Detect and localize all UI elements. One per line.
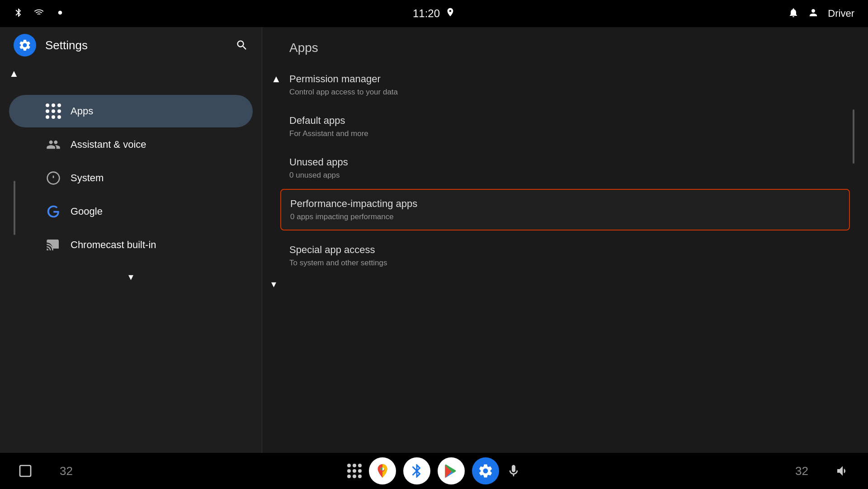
volume-button[interactable] [835, 464, 850, 478]
menu-item-permission-manager[interactable]: Permission manager Control app access to… [289, 64, 841, 106]
brightness-icon [54, 7, 66, 20]
sidebar-scroll-indicator [14, 181, 15, 235]
permission-manager-title: Permission manager [289, 73, 841, 85]
menu-item-unused-apps[interactable]: Unused apps 0 unused apps [289, 147, 841, 189]
apps-label: Apps [71, 105, 93, 117]
maps-app-icon[interactable] [369, 457, 396, 484]
settings-app-bottom-icon[interactable] [472, 457, 499, 484]
default-apps-title: Default apps [289, 115, 841, 127]
menu-item-special-app-access[interactable]: Special app access To system and other s… [289, 235, 841, 277]
bottom-nav-left: 32 [18, 464, 73, 478]
status-bar: 11:20 Driver [0, 0, 868, 27]
special-app-access-subtitle: To system and other settings [289, 259, 841, 268]
location-icon [445, 6, 455, 21]
default-apps-subtitle: For Assistant and more [289, 129, 841, 138]
unused-apps-subtitle: 0 unused apps [289, 171, 841, 180]
sidebar-item-chromecast[interactable]: Chromecast built-in [9, 229, 253, 261]
apps-icon [45, 103, 61, 119]
permission-manager-subtitle: Control app access to your data [289, 88, 841, 97]
home-button[interactable] [347, 464, 362, 478]
sidebar-item-apps[interactable]: Apps [9, 95, 253, 127]
bottom-nav-right: 32 [795, 464, 850, 478]
settings-app-icon [14, 34, 36, 56]
special-app-access-title: Special app access [289, 244, 841, 256]
right-number: 32 [795, 464, 808, 478]
sidebar-title: Settings [45, 38, 88, 52]
recents-button[interactable] [18, 464, 33, 478]
performance-impacting-subtitle: 0 apps impacting performance [290, 212, 840, 221]
content-section: ▲ Permission manager Control app access … [289, 64, 841, 277]
sidebar-collapse-up-button[interactable]: ▲ [9, 68, 19, 80]
status-bar-right: Driver [788, 6, 854, 21]
assistant-icon [45, 136, 61, 153]
content-title: Apps [289, 41, 841, 55]
status-bar-center: 11:20 [413, 6, 455, 21]
bottom-nav: 32 [0, 453, 868, 489]
sidebar-item-system[interactable]: System [9, 162, 253, 194]
main-layout: Settings ▲ Apps [0, 27, 868, 453]
content-pane: Apps ▲ Permission manager Control app ac… [262, 27, 868, 453]
sidebar-item-assistant[interactable]: Assistant & voice [9, 128, 253, 161]
bluetooth-app-icon[interactable] [403, 457, 430, 484]
bottom-nav-center [347, 457, 521, 484]
menu-item-performance-impacting[interactable]: Performance-impacting apps 0 apps impact… [280, 189, 850, 230]
play-store-app-icon[interactable] [438, 457, 465, 484]
svg-point-0 [58, 11, 62, 15]
google-label: Google [71, 206, 103, 217]
microphone-button[interactable] [506, 464, 521, 478]
notification-icon [788, 6, 799, 21]
chromecast-label: Chromecast built-in [71, 239, 156, 251]
sidebar-header-left: Settings [14, 34, 88, 56]
search-button[interactable] [236, 39, 248, 52]
system-label: System [71, 172, 104, 184]
sidebar-nav: ▲ Apps Assistan [0, 63, 262, 453]
performance-impacting-title: Performance-impacting apps [290, 198, 840, 210]
content-collapse-up-button[interactable]: ▲ [271, 73, 281, 85]
system-icon [45, 170, 61, 186]
sidebar: Settings ▲ Apps [0, 27, 262, 453]
sidebar-header: Settings [0, 27, 262, 63]
content-scroll-indicator [853, 109, 854, 164]
user-icon [808, 6, 819, 21]
sidebar-collapse-down-button[interactable]: ▾ [0, 262, 262, 292]
menu-item-default-apps[interactable]: Default apps For Assistant and more [289, 106, 841, 147]
svg-rect-4 [20, 465, 31, 476]
sidebar-item-google[interactable]: Google [9, 195, 253, 228]
unused-apps-title: Unused apps [289, 156, 841, 168]
user-label: Driver [828, 8, 854, 19]
google-icon [45, 203, 61, 220]
wifi-icon [33, 8, 45, 19]
clock: 11:20 [413, 7, 440, 20]
status-bar-left [14, 6, 66, 21]
content-collapse-down-button[interactable]: ▾ [271, 278, 276, 290]
left-number: 32 [60, 464, 73, 478]
assistant-label: Assistant & voice [71, 139, 146, 150]
bluetooth-icon [14, 6, 24, 21]
cast-icon [45, 237, 61, 253]
